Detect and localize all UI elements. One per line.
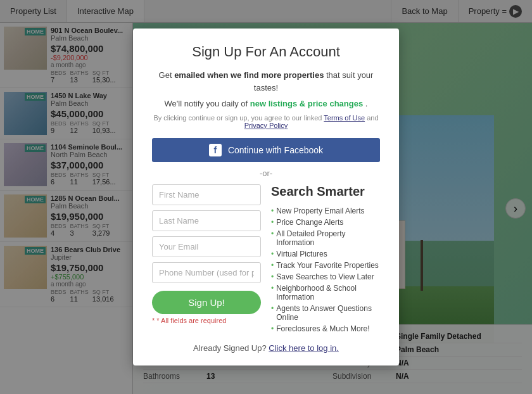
modal-body: Sign Up! * * All fields are required Sea… — [152, 184, 380, 334]
modal-intro-1: Get emailed when we find more properties… — [152, 69, 380, 94]
signup-modal: Sign Up For An Account Get emailed when … — [133, 29, 399, 365]
intro-part1: Get — [159, 70, 175, 80]
email-input[interactable] — [152, 236, 261, 257]
login-link[interactable]: Click here to log in. — [269, 343, 339, 353]
first-name-input[interactable] — [152, 184, 261, 205]
modal-intro-2: We'll notify you daily of new listings &… — [152, 98, 380, 110]
smarter-title: Search Smarter — [271, 184, 380, 199]
terms-prefix: By clicking continue or sign up, you agr… — [153, 114, 324, 122]
required-star: * — [152, 317, 155, 324]
already-signed-section: Already Signed Up? Click here to log in. — [152, 343, 380, 353]
smarter-list: New Property Email AlertsPrice Change Al… — [271, 205, 380, 334]
modal-terms: By clicking continue or sign up, you agr… — [152, 114, 380, 129]
smarter-list-item: All Detailed Property Information — [271, 228, 380, 248]
fb-button-label: Continue with Facebook — [228, 145, 323, 155]
required-note: * * All fields are required — [152, 317, 261, 324]
signup-button[interactable]: Sign Up! — [152, 291, 261, 314]
smarter-list-item: Track Your Favorite Properties — [271, 260, 380, 271]
smarter-list-item: New Property Email Alerts — [271, 205, 380, 217]
last-name-input[interactable] — [152, 210, 261, 231]
smarter-list-item: Neighborhood & School Information — [271, 283, 380, 303]
modal-title: Sign Up For An Account — [152, 44, 380, 60]
smarter-list-item: Save Searches to View Later — [271, 271, 380, 283]
smarter-list-item: Foreclosures & Much More! — [271, 323, 380, 334]
required-text: * All fields are required — [156, 317, 226, 324]
facebook-continue-button[interactable]: f Continue with Facebook — [152, 138, 380, 162]
smarter-list-item: Virtual Pictures — [271, 248, 380, 260]
or-divider: -or- — [152, 168, 380, 178]
intro2-emph: new listings & price changes — [250, 99, 363, 108]
facebook-icon: f — [209, 144, 222, 156]
intro2-part1: We'll notify you daily of — [165, 99, 250, 108]
smarter-list-item: Price Change Alerts — [271, 217, 380, 228]
intro2-part2: . — [365, 99, 368, 108]
already-label: Already Signed Up? — [193, 343, 267, 353]
intro-emph: emailed when we find more properties — [174, 70, 324, 80]
terms-and: and — [367, 114, 378, 122]
privacy-policy-link[interactable]: Privacy Policy — [244, 122, 288, 129]
modal-form-section: Sign Up! * * All fields are required — [152, 184, 261, 334]
terms-of-use-link[interactable]: Terms of Use — [324, 114, 365, 122]
modal-top-section: Get emailed when we find more properties… — [152, 69, 380, 178]
phone-input[interactable] — [152, 262, 261, 283]
modal-overlay: Sign Up For An Account Get emailed when … — [0, 0, 532, 394]
smarter-list-item: Agents to Answer Questions Online — [271, 303, 380, 323]
modal-smarter-section: Search Smarter New Property Email Alerts… — [271, 184, 380, 334]
